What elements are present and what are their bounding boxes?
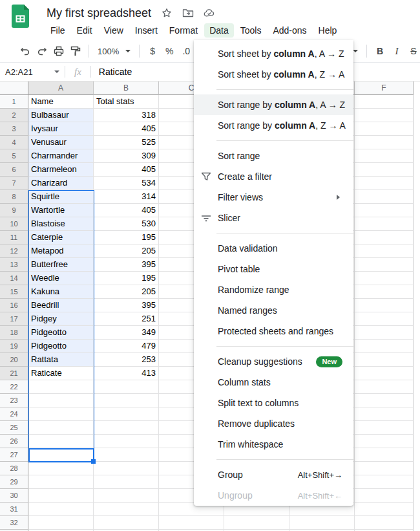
select-all-corner[interactable] xyxy=(0,81,28,95)
cell-F23[interactable] xyxy=(355,394,414,407)
menu-item-group[interactable]: GroupAlt+Shift+→ xyxy=(194,464,353,485)
cell-A1[interactable]: Name xyxy=(28,95,94,109)
cell-F29[interactable] xyxy=(355,475,414,489)
cell-A25[interactable] xyxy=(28,421,94,435)
cell-F12[interactable] xyxy=(355,244,414,258)
cell-F10[interactable] xyxy=(355,217,414,231)
cell-F30[interactable] xyxy=(355,489,414,503)
row-header-23[interactable]: 23 xyxy=(0,394,28,407)
row-header-31[interactable]: 31 xyxy=(0,503,28,516)
cell-F13[interactable] xyxy=(355,258,414,272)
cell-A27[interactable] xyxy=(28,448,94,462)
cell-A23[interactable] xyxy=(28,394,94,407)
cell-F21[interactable] xyxy=(355,367,414,380)
cell-F1[interactable] xyxy=(355,95,414,109)
print-icon[interactable] xyxy=(50,43,67,60)
cell-B29[interactable] xyxy=(94,475,159,489)
cell-F26[interactable] xyxy=(355,435,414,448)
menubar-view[interactable]: View xyxy=(99,23,129,38)
menubar-file[interactable]: File xyxy=(45,23,70,38)
cell-B25[interactable] xyxy=(94,421,159,435)
cell-A20[interactable]: Rattata xyxy=(28,353,94,367)
cell-A14[interactable]: Weedle xyxy=(28,272,94,285)
cell-F9[interactable] xyxy=(355,204,414,217)
menubar-insert[interactable]: Insert xyxy=(130,23,163,38)
menu-item-pivot-table[interactable]: Pivot table xyxy=(194,259,353,279)
cell-F19[interactable] xyxy=(355,340,414,353)
row-header-24[interactable]: 24 xyxy=(0,407,28,421)
cell-F7[interactable] xyxy=(355,177,414,190)
row-header-18[interactable]: 18 xyxy=(0,326,28,340)
undo-icon[interactable] xyxy=(17,43,34,60)
row-header-13[interactable]: 13 xyxy=(0,258,28,272)
cell-A32[interactable] xyxy=(28,516,94,530)
star-icon[interactable] xyxy=(161,7,173,19)
cell-A30[interactable] xyxy=(28,489,94,503)
cell-B28[interactable] xyxy=(94,462,159,475)
cell-A29[interactable] xyxy=(28,475,94,489)
cell-A31[interactable] xyxy=(28,503,94,516)
menu-item-data-validation[interactable]: Data validation xyxy=(194,238,353,259)
formula-input[interactable]: Raticate xyxy=(91,67,132,77)
document-title[interactable]: My first spreadsheet xyxy=(47,6,151,20)
cell-A6[interactable]: Charmeleon xyxy=(28,163,94,177)
paint-format-icon[interactable] xyxy=(67,43,84,60)
cell-B32[interactable] xyxy=(94,516,159,530)
cell-A17[interactable]: Pidgey xyxy=(28,312,94,326)
cell-A26[interactable] xyxy=(28,435,94,448)
cell-B5[interactable]: 309 xyxy=(94,149,159,163)
menu-item-create-a-filter[interactable]: Create a filter xyxy=(194,166,353,187)
cell-F31[interactable] xyxy=(355,503,414,516)
format-currency-button[interactable]: $ xyxy=(144,43,161,60)
row-header-16[interactable]: 16 xyxy=(0,299,28,312)
cell-F14[interactable] xyxy=(355,272,414,285)
cell-F24[interactable] xyxy=(355,407,414,421)
column-header-a[interactable]: A xyxy=(28,81,94,95)
cell-B22[interactable] xyxy=(94,380,159,394)
format-percent-button[interactable]: % xyxy=(161,43,178,60)
cell-B27[interactable] xyxy=(94,448,159,462)
cell-F5[interactable] xyxy=(355,149,414,163)
cell-F6[interactable] xyxy=(355,163,414,177)
menubar-data[interactable]: Data xyxy=(204,23,234,38)
cell-B14[interactable]: 195 xyxy=(94,272,159,285)
cell-B26[interactable] xyxy=(94,435,159,448)
column-header-b[interactable]: B xyxy=(94,81,159,95)
row-header-19[interactable]: 19 xyxy=(0,340,28,353)
cell-A9[interactable]: Wartortle xyxy=(28,204,94,217)
cell-A18[interactable]: Pidgeotto xyxy=(28,326,94,340)
menu-item-trim-whitespace[interactable]: Trim whitespace xyxy=(194,434,353,455)
row-header-25[interactable]: 25 xyxy=(0,421,28,435)
vertical-scrollbar[interactable] xyxy=(414,81,420,531)
cell-B9[interactable]: 405 xyxy=(94,204,159,217)
cell-A4[interactable]: Venusaur xyxy=(28,136,94,149)
menu-item-randomize-range[interactable]: Randomize range xyxy=(194,279,353,300)
menu-item-split-text-to-columns[interactable]: Split text to columns xyxy=(194,393,353,413)
row-header-12[interactable]: 12 xyxy=(0,244,28,258)
cloud-check-icon[interactable] xyxy=(204,7,215,19)
cell-F32[interactable] xyxy=(355,516,414,530)
strikethrough-button[interactable]: S xyxy=(405,43,420,60)
row-header-32[interactable]: 32 xyxy=(0,516,28,530)
menu-item-cleanup-suggestions[interactable]: Cleanup suggestionsNew xyxy=(194,351,353,372)
cell-F27[interactable] xyxy=(355,448,414,462)
move-folder-icon[interactable] xyxy=(182,7,194,19)
cell-F17[interactable] xyxy=(355,312,414,326)
cell-A13[interactable]: Butterfree xyxy=(28,258,94,272)
cell-A21[interactable]: Raticate xyxy=(28,367,94,380)
cell-A12[interactable]: Metapod xyxy=(28,244,94,258)
cell-B8[interactable]: 314 xyxy=(94,190,159,204)
redo-icon[interactable] xyxy=(34,43,50,60)
cell-B10[interactable]: 530 xyxy=(94,217,159,231)
cell-B6[interactable]: 405 xyxy=(94,163,159,177)
name-box[interactable]: A2:A21 xyxy=(0,67,65,77)
cell-F25[interactable] xyxy=(355,421,414,435)
cell-B1[interactable]: Total stats xyxy=(94,95,159,109)
cell-F28[interactable] xyxy=(355,462,414,475)
cell-B15[interactable]: 205 xyxy=(94,285,159,299)
row-header-21[interactable]: 21 xyxy=(0,367,28,380)
row-header-30[interactable]: 30 xyxy=(0,489,28,503)
cell-B4[interactable]: 525 xyxy=(94,136,159,149)
cell-B19[interactable]: 479 xyxy=(94,340,159,353)
row-header-17[interactable]: 17 xyxy=(0,312,28,326)
